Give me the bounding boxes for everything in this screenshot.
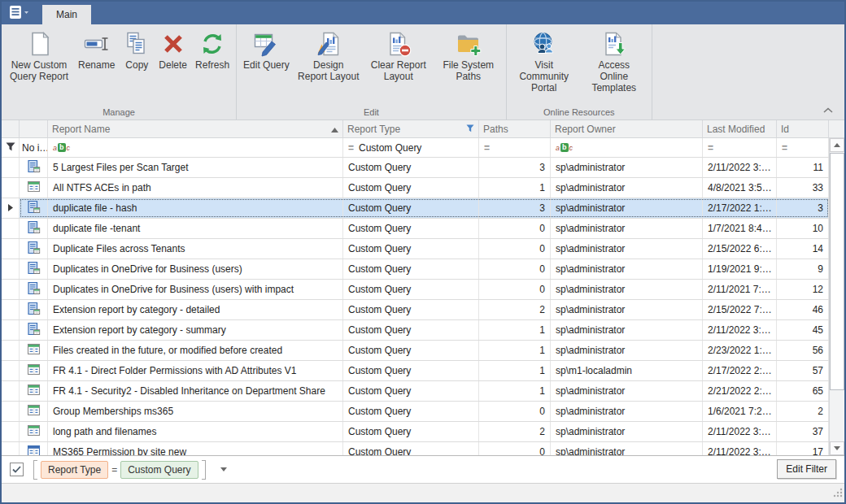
table-row[interactable]: duplicate file - hashCustom Query3sp\adm… — [2, 198, 829, 219]
scrollbar-track[interactable] — [830, 152, 844, 441]
table-row[interactable]: duplicate file -tenantCustom Query0sp\ad… — [2, 219, 829, 239]
cell-report-owner[interactable]: sp\administrator — [551, 158, 703, 177]
refresh-button[interactable]: Refresh — [191, 29, 233, 72]
cell-report-owner[interactable]: sp\administrator — [551, 198, 703, 218]
filter-cell-report-owner[interactable]: abc — [551, 138, 703, 157]
cell-report-owner[interactable]: sp\administrator — [551, 219, 703, 238]
cell-last-modified[interactable]: 2/17/2022 1:… — [703, 198, 777, 218]
cell-last-modified[interactable]: 2/21/2022 2:… — [703, 381, 777, 401]
cell-report-name[interactable]: Duplicate Files across Tenants — [48, 239, 343, 259]
column-header-last-modified[interactable]: Last Modified — [703, 120, 777, 137]
cell-last-modified[interactable]: 2/15/2022 7:… — [703, 300, 777, 319]
cell-report-name[interactable]: FR 4.1 - Security2 - Disabled Inheritanc… — [48, 381, 343, 401]
table-row[interactable]: MS365 Permission by site newCustom Query… — [2, 442, 829, 455]
scroll-down-button[interactable] — [830, 441, 844, 455]
cell-paths[interactable]: 1 — [479, 320, 551, 340]
table-row[interactable]: Extension report by category - detailedC… — [2, 300, 829, 320]
cell-report-name[interactable]: Duplicates in OneDrive for Business (use… — [48, 259, 343, 279]
cell-last-modified[interactable]: 2/17/2022 2:… — [703, 361, 777, 380]
cell-last-modified[interactable]: 2/11/2021 7:… — [703, 280, 777, 299]
design-report-layout-button[interactable]: Design Report Layout — [294, 29, 364, 84]
cell-report-type[interactable]: Custom Query — [343, 381, 479, 401]
cell-report-type[interactable]: Custom Query — [343, 259, 479, 279]
cell-last-modified[interactable]: 2/11/2022 3:… — [703, 422, 777, 441]
cell-id[interactable]: 9 — [777, 259, 829, 279]
cell-last-modified[interactable]: 2/11/2022 3:… — [703, 320, 777, 340]
column-header-id[interactable]: Id — [777, 120, 829, 137]
cell-report-owner[interactable]: sp\administrator — [551, 341, 703, 360]
cell-id[interactable]: 10 — [777, 219, 829, 238]
cell-report-owner[interactable]: sp\administrator — [551, 422, 703, 441]
copy-button[interactable]: Copy — [119, 29, 155, 72]
table-row[interactable]: FR 4.1 - Security2 - Disabled Inheritanc… — [2, 381, 829, 402]
table-row[interactable]: Files created in the future, or modified… — [2, 341, 829, 361]
cell-id[interactable]: 33 — [777, 178, 829, 198]
cell-paths[interactable]: 1 — [479, 341, 551, 360]
cell-id[interactable]: 3 — [777, 198, 829, 218]
cell-id[interactable]: 57 — [777, 361, 829, 380]
cell-last-modified[interactable]: 1/19/2021 9:… — [703, 259, 777, 279]
table-row[interactable]: All NTFS ACEs in pathCustom Query1sp\adm… — [2, 178, 829, 198]
cell-report-type[interactable]: Custom Query — [343, 300, 479, 319]
filter-dropdown-caret[interactable] — [220, 467, 227, 471]
cell-report-owner[interactable]: sp\administrator — [551, 381, 703, 401]
cell-report-name[interactable]: All NTFS ACEs in path — [48, 178, 343, 198]
cell-report-name[interactable]: Extension report by category - detailed — [48, 300, 343, 319]
filter-cell-paths[interactable]: = — [479, 138, 551, 157]
cell-id[interactable]: 11 — [777, 158, 829, 177]
cell-report-name[interactable]: Group Memberships ms365 — [48, 402, 343, 421]
cell-report-type[interactable]: Custom Query — [343, 402, 479, 421]
cell-report-type[interactable]: Custom Query — [343, 361, 479, 380]
filter-cell-report-name[interactable]: abc — [48, 138, 343, 157]
cell-report-name[interactable]: long path and filenames — [48, 422, 343, 441]
scroll-up-button[interactable] — [830, 138, 844, 152]
cell-paths[interactable]: 1 — [479, 381, 551, 401]
cell-paths[interactable]: 1 — [479, 361, 551, 380]
cell-paths[interactable]: 1 — [479, 178, 551, 198]
filter-value-chip[interactable]: Custom Query — [120, 461, 198, 479]
cell-paths[interactable]: 0 — [479, 259, 551, 279]
filter-field-chip[interactable]: Report Type — [41, 461, 108, 479]
cell-report-type[interactable]: Custom Query — [343, 219, 479, 238]
cell-report-name[interactable]: duplicate file - hash — [48, 198, 343, 218]
cell-last-modified[interactable]: 2/11/2022 3:… — [703, 442, 777, 455]
cell-report-owner[interactable]: sp\administrator — [551, 320, 703, 340]
ribbon-collapse-button[interactable] — [822, 105, 835, 115]
cell-paths[interactable]: 0 — [479, 219, 551, 238]
vertical-scrollbar[interactable] — [829, 138, 844, 455]
cell-report-owner[interactable]: sp\administrator — [551, 280, 703, 299]
cell-report-name[interactable]: duplicate file -tenant — [48, 219, 343, 238]
cell-report-owner[interactable]: sp\administrator — [551, 178, 703, 198]
table-row[interactable]: Duplicate Files across TenantsCustom Que… — [2, 239, 829, 259]
cell-id[interactable]: 65 — [777, 381, 829, 401]
cell-id[interactable]: 45 — [777, 320, 829, 340]
table-row[interactable]: FR 4.1 - Direct Folder Permissions with … — [2, 361, 829, 381]
cell-paths[interactable]: 3 — [479, 198, 551, 218]
cell-report-type[interactable]: Custom Query — [343, 280, 479, 299]
delete-button[interactable]: Delete — [155, 29, 191, 72]
new-custom-query-report-button[interactable]: New Custom Query Report — [4, 29, 74, 84]
cell-report-owner[interactable]: sp\m1-localadmin — [551, 361, 703, 380]
cell-report-name[interactable]: MS365 Permission by site new — [48, 442, 343, 455]
cell-paths[interactable]: 2 — [479, 300, 551, 319]
rename-button[interactable]: Rename — [74, 29, 119, 72]
cell-last-modified[interactable]: 4/8/2021 3:5… — [703, 178, 777, 198]
cell-last-modified[interactable]: 2/23/2022 1:… — [703, 341, 777, 360]
cell-paths[interactable]: 0 — [479, 280, 551, 299]
filter-cell-last-modified[interactable]: = — [703, 138, 777, 157]
table-row[interactable]: Duplicates in OneDrive for Business (use… — [2, 259, 829, 280]
table-row[interactable]: Group Memberships ms365Custom Query0sp\a… — [2, 402, 829, 422]
cell-id[interactable]: 37 — [777, 422, 829, 441]
cell-paths[interactable]: 0 — [479, 442, 551, 455]
filter-enabled-checkbox[interactable] — [10, 463, 24, 476]
cell-last-modified[interactable]: 2/15/2022 6:… — [703, 239, 777, 259]
cell-id[interactable]: 14 — [777, 239, 829, 259]
cell-report-type[interactable]: Custom Query — [343, 341, 479, 360]
cell-paths[interactable]: 0 — [479, 239, 551, 259]
cell-paths[interactable]: 0 — [479, 402, 551, 421]
cell-last-modified[interactable]: 1/7/2021 8:4… — [703, 219, 777, 238]
filter-operator[interactable]: = — [111, 464, 117, 476]
cell-report-name[interactable]: Duplicates in OneDrive for Business (use… — [48, 280, 343, 299]
table-row[interactable]: Extension report by category - summaryCu… — [2, 320, 829, 341]
cell-last-modified[interactable]: 2/11/2022 3:… — [703, 158, 777, 177]
